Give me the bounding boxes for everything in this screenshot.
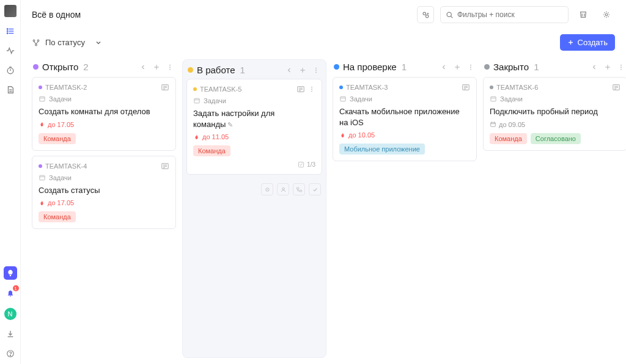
status-dot [334, 64, 339, 70]
svg-point-83 [620, 68, 622, 70]
tag: Мобильное приложение [339, 144, 425, 155]
svg-point-82 [620, 67, 622, 68]
svg-point-81 [620, 64, 622, 65]
svg-point-70 [470, 64, 471, 65]
document-icon[interactable] [5, 84, 16, 95]
column-more-icon[interactable] [165, 64, 175, 71]
tag: Команда [39, 133, 76, 144]
svg-point-71 [470, 67, 471, 68]
create-label: Создать [578, 38, 608, 47]
svg-point-25 [37, 40, 39, 42]
action-tag-icon[interactable] [261, 183, 273, 195]
status-dot [188, 67, 193, 73]
svg-point-51 [315, 70, 317, 71]
card-due: до 09.05 [490, 121, 620, 128]
svg-point-19 [447, 12, 451, 16]
card-title: Создать комнаты для отделов [39, 106, 169, 117]
collapse-icon[interactable] [439, 64, 449, 71]
task-card[interactable]: TEAMTASK-2 Задачи Создать комнаты для от… [32, 77, 176, 151]
folder-icon [490, 95, 497, 103]
folder-icon [39, 174, 46, 181]
sort-label: По статусу [45, 38, 85, 47]
help-icon[interactable] [5, 348, 16, 359]
timer-icon[interactable] [5, 65, 16, 76]
add-card-icon[interactable] [452, 64, 462, 71]
svg-point-4 [7, 31, 7, 31]
svg-rect-40 [40, 96, 45, 101]
search-input[interactable] [457, 10, 563, 19]
task-card[interactable]: TEAMTASK-3 Задачи Скачать мобильное прил… [333, 77, 477, 161]
card-id: TEAMTASK-2 [45, 84, 87, 91]
card-title: Подключить пробный период [490, 106, 620, 117]
description-icon [462, 83, 470, 92]
column-count: 1 [534, 62, 539, 72]
collapse-icon[interactable] [138, 64, 148, 71]
sort-by-status[interactable]: По статусу [32, 38, 102, 47]
tag: Команда [193, 145, 230, 156]
svg-point-24 [33, 40, 35, 42]
collapse-icon[interactable] [589, 64, 599, 71]
workspace-avatar[interactable] [4, 5, 17, 17]
svg-point-16 [425, 15, 428, 17]
download-icon[interactable] [5, 329, 16, 340]
collapse-icon[interactable] [284, 67, 294, 74]
svg-line-27 [34, 41, 37, 43]
tag: Согласовано [531, 133, 581, 144]
sidebar: 1 N [0, 0, 21, 364]
description-icon [161, 162, 169, 170]
action-assign-icon[interactable] [277, 183, 289, 195]
archive-icon[interactable] [575, 6, 592, 23]
svg-point-52 [315, 71, 317, 73]
svg-rect-60 [194, 98, 199, 103]
svg-point-57 [311, 87, 312, 88]
task-card[interactable]: TEAMTASK-5 Задачи Задать настройки для к… [186, 79, 322, 175]
settings-icon[interactable] [598, 6, 615, 23]
svg-line-20 [451, 16, 453, 18]
card-title: Скачать мобильное приложение на iOS [339, 106, 470, 128]
card-title: Создать статусы [39, 185, 169, 196]
add-card-icon[interactable] [603, 64, 613, 71]
folder-icon [339, 95, 347, 103]
column-more-icon[interactable] [466, 64, 476, 71]
status-dot [484, 64, 490, 70]
svg-point-14 [10, 355, 10, 356]
card-folder: Задачи [49, 95, 72, 103]
svg-point-58 [311, 89, 312, 90]
svg-rect-66 [296, 187, 298, 189]
activity-icon[interactable] [5, 45, 16, 56]
create-button[interactable]: Создать [560, 34, 615, 51]
chevron-down-icon [95, 39, 102, 46]
notification-icon[interactable]: 1 [5, 288, 16, 299]
column-count: 1 [402, 62, 407, 72]
column-title: Закрыто [493, 62, 529, 72]
filter-bar: По статусу Создать [21, 29, 626, 59]
column-more-icon[interactable] [311, 67, 321, 74]
card-actions-row [186, 180, 322, 195]
action-subtask-icon[interactable] [293, 183, 305, 195]
user-avatar[interactable]: N [4, 308, 17, 320]
board-column: Открыто 2 TEAMTASK-2 Задачи Создать комн… [32, 59, 176, 358]
add-card-icon[interactable] [152, 64, 161, 71]
column-count: 2 [83, 62, 88, 72]
card-folder: Задачи [204, 97, 226, 104]
card-tags: Команда [193, 145, 315, 156]
tag: Команда [39, 211, 76, 222]
task-card[interactable]: TEAMTASK-4 Задачи Создать статусы до 17.… [32, 156, 176, 230]
card-status-dot [39, 86, 42, 89]
svg-point-65 [282, 187, 284, 189]
svg-point-3 [7, 29, 7, 29]
card-status-dot [193, 87, 197, 91]
share-button[interactable] [417, 6, 434, 23]
list-icon[interactable] [5, 26, 16, 37]
action-check-icon[interactable] [309, 183, 321, 195]
description-icon [296, 85, 305, 93]
svg-point-23 [605, 13, 608, 16]
add-card-icon[interactable] [298, 67, 307, 74]
rocket-icon[interactable] [4, 266, 17, 280]
plus-icon [567, 39, 574, 46]
search-box[interactable] [440, 6, 569, 23]
card-more-icon[interactable] [308, 86, 315, 93]
column-more-icon[interactable] [616, 64, 626, 71]
task-card[interactable]: TEAMTASK-6 Задачи Подключить пробный пер… [483, 77, 626, 151]
svg-point-5 [7, 33, 7, 34]
